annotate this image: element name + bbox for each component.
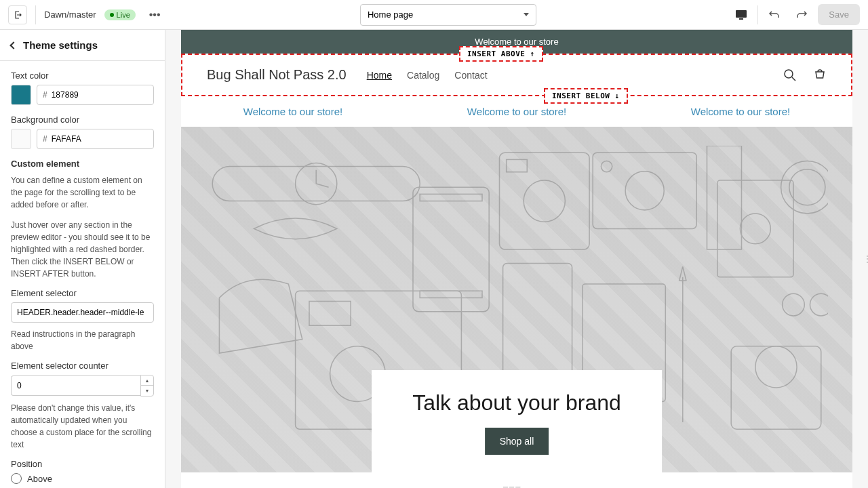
- bg-color-input-wrap: #: [37, 129, 154, 149]
- position-above-radio[interactable]: Above: [11, 473, 154, 484]
- preview-wrap: Welcome to our store INSERT ABOVE ↑ Bug …: [165, 30, 868, 488]
- custom-help-2: Just hover over any section in the previ…: [11, 219, 154, 280]
- svg-point-31: [755, 346, 797, 388]
- undo-button[interactable]: [764, 4, 785, 26]
- counter-help: Please don't change this value, it's aut…: [11, 402, 154, 451]
- chevron-left-icon: [9, 41, 17, 49]
- selector-help: Read instructions in the paragraph above: [11, 328, 154, 352]
- redo-icon: [795, 9, 808, 21]
- live-badge: Live: [104, 9, 136, 20]
- nav-home[interactable]: Home: [367, 70, 392, 81]
- svg-point-2: [785, 70, 793, 78]
- text-color-input-wrap: #: [37, 85, 154, 105]
- divider: [35, 5, 36, 24]
- svg-point-28: [783, 293, 805, 316]
- sidebar-body: Text color # Background color # Custom e…: [0, 61, 165, 488]
- store-brand: Bug Shall Not Pass 2.0: [207, 67, 347, 83]
- step-up-button[interactable]: ▲: [141, 375, 153, 386]
- svg-rect-13: [507, 159, 528, 171]
- position-label: Position: [11, 459, 154, 469]
- marquee-item: Welcome to our store!: [467, 106, 566, 117]
- nav: Home Catalog Contact: [367, 70, 488, 81]
- chevron-down-icon: [524, 13, 529, 16]
- exit-button[interactable]: [8, 5, 27, 24]
- desktop-icon: [735, 9, 747, 20]
- svg-point-20: [781, 161, 828, 214]
- main: Theme settings Text color # Background c…: [0, 30, 868, 488]
- counter-row: ▲ ▼: [11, 375, 154, 396]
- insert-above-button[interactable]: INSERT ABOVE ↑: [459, 46, 543, 62]
- theme-name: Dawn/master: [44, 9, 96, 20]
- topbar: Dawn/master Live ••• Home page Save: [0, 0, 868, 30]
- svg-rect-10: [420, 291, 482, 298]
- hero-card: Talk about your brand Shop all: [372, 370, 662, 472]
- svg-point-16: [601, 161, 612, 171]
- resize-handle-right[interactable]: ⋮⋮: [863, 245, 867, 272]
- hero-title: Talk about your brand: [412, 390, 621, 415]
- svg-line-7: [316, 184, 328, 187]
- nav-contact[interactable]: Contact: [454, 70, 487, 81]
- sidebar: Theme settings Text color # Background c…: [0, 30, 165, 488]
- custom-element-heading: Custom element: [11, 159, 154, 169]
- redo-button[interactable]: [791, 4, 812, 26]
- nav-catalog[interactable]: Catalog: [407, 70, 439, 81]
- svg-rect-17: [707, 146, 741, 249]
- svg-line-3: [792, 77, 795, 81]
- counter-input[interactable]: [11, 375, 140, 396]
- svg-rect-9: [420, 194, 482, 201]
- counter-label: Element selector counter: [11, 361, 154, 371]
- svg-rect-24: [309, 301, 351, 325]
- marquee-item: Welcome to our store!: [691, 106, 790, 117]
- save-button[interactable]: Save: [818, 4, 860, 25]
- resize-handle-bottom[interactable]: ═══: [503, 484, 530, 487]
- svg-rect-11: [499, 152, 589, 249]
- exit-icon: [13, 10, 22, 20]
- live-dot-icon: [110, 13, 114, 17]
- undo-icon: [768, 9, 781, 21]
- sidebar-header[interactable]: Theme settings: [0, 30, 165, 61]
- live-label: Live: [117, 11, 130, 19]
- more-button[interactable]: •••: [144, 6, 166, 24]
- counter-stepper: ▲ ▼: [140, 375, 154, 396]
- text-color-label: Text color: [11, 70, 154, 81]
- cart-icon[interactable]: [813, 68, 827, 82]
- topbar-right: Save: [730, 4, 860, 26]
- marquee-item: Welcome to our store!: [243, 106, 342, 117]
- sidebar-title: Theme settings: [23, 39, 98, 51]
- step-down-button[interactable]: ▼: [141, 386, 153, 396]
- position-above-label: Above: [27, 474, 52, 484]
- text-color-swatch[interactable]: [11, 85, 31, 105]
- svg-point-21: [789, 169, 825, 205]
- svg-point-15: [625, 171, 664, 210]
- hero-section: Talk about your brand Shop all: [181, 127, 852, 472]
- svg-rect-14: [593, 152, 696, 228]
- custom-help-1: You can define a custom element on the p…: [11, 174, 154, 211]
- divider: [757, 5, 758, 24]
- hero-cta-button[interactable]: Shop all: [485, 428, 549, 455]
- preview-header[interactable]: INSERT ABOVE ↑ Bug Shall Not Pass 2.0 Ho…: [181, 54, 852, 96]
- search-icon[interactable]: [783, 68, 797, 82]
- bg-color-swatch[interactable]: [11, 129, 31, 149]
- bg-color-input[interactable]: [52, 134, 148, 144]
- svg-rect-1: [739, 18, 743, 20]
- svg-point-29: [810, 293, 828, 316]
- header-icons: [783, 68, 827, 82]
- svg-point-12: [524, 180, 565, 222]
- topbar-left: Dawn/master Live •••: [8, 5, 166, 24]
- preview-canvas: Welcome to our store INSERT ABOVE ↑ Bug …: [181, 30, 852, 488]
- svg-point-19: [740, 214, 770, 244]
- page-select-value: Home page: [368, 9, 413, 20]
- selector-input[interactable]: [11, 302, 154, 323]
- bg-color-label: Background color: [11, 115, 154, 125]
- svg-point-5: [296, 163, 337, 205]
- bg-color-row: #: [11, 129, 154, 149]
- desktop-view-button[interactable]: [730, 4, 752, 26]
- page-select[interactable]: Home page: [360, 4, 536, 26]
- text-color-input[interactable]: [52, 90, 148, 100]
- insert-below-button[interactable]: INSERT BELOW ↓: [544, 88, 628, 104]
- scrolling-text: Welcome to our store! Welcome to our sto…: [181, 96, 852, 127]
- hash-prefix: #: [43, 90, 47, 100]
- radio-icon: [11, 473, 22, 484]
- svg-rect-0: [736, 10, 747, 18]
- selector-label: Element selector: [11, 288, 154, 298]
